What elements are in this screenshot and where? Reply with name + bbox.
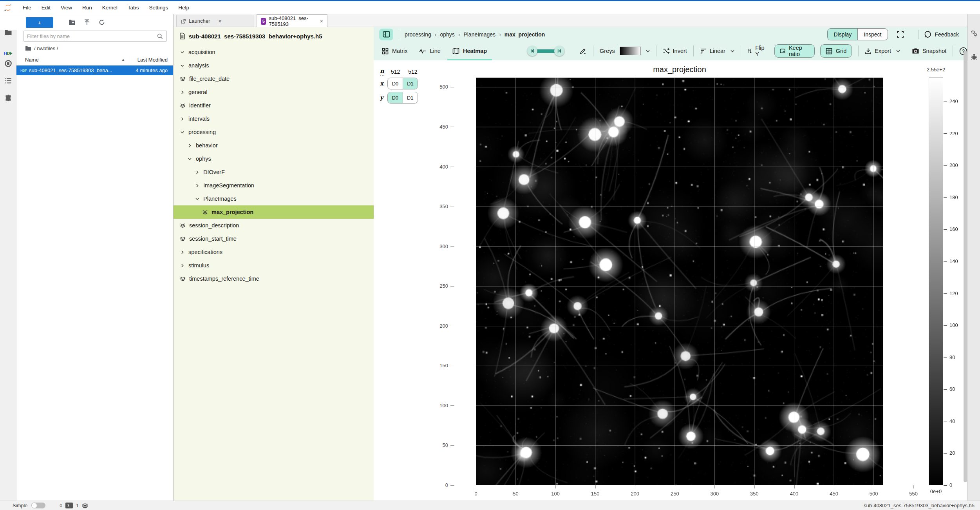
- menu-item-tabs[interactable]: Tabs: [123, 5, 144, 11]
- display-inspect-toggle: Display Inspect: [827, 28, 888, 40]
- tree-item-label: general: [188, 89, 207, 95]
- inspect-mode-button[interactable]: Inspect: [857, 29, 887, 40]
- file-browser-panel: + / nwbfiles / Name ▲ Last Modified HDF …: [16, 14, 174, 501]
- file-browser-tab-icon[interactable]: [4, 29, 12, 35]
- chevron-right-icon: [195, 170, 200, 175]
- tree-item-file_create_date[interactable]: file_create_date: [174, 72, 374, 85]
- close-tab-icon[interactable]: ×: [320, 18, 323, 24]
- tree-item-ImageSegmentation[interactable]: ImageSegmentation: [174, 179, 374, 192]
- tab-launcher[interactable]: Launcher ×: [176, 15, 253, 27]
- tree-item-general[interactable]: general: [174, 85, 374, 99]
- search-icon: [157, 33, 163, 39]
- tree-item-ophys[interactable]: ophys: [174, 152, 374, 165]
- fullscreen-icon[interactable]: [897, 31, 904, 38]
- y-axis-tick-label: 350: [425, 203, 448, 209]
- new-folder-icon[interactable]: [69, 19, 76, 25]
- running-sessions-icon[interactable]: [4, 60, 12, 67]
- new-launcher-button[interactable]: +: [26, 17, 53, 28]
- heatmap-image[interactable]: [476, 78, 883, 485]
- scrollbar-thumb[interactable]: [964, 51, 967, 482]
- y-dim-option-d1[interactable]: D1: [403, 92, 418, 103]
- column-header-name[interactable]: Name: [25, 57, 39, 63]
- file-browser-breadcrumb[interactable]: / nwbfiles /: [25, 45, 58, 51]
- grid-toggle[interactable]: Grid: [820, 44, 852, 58]
- tree-item-stimulus[interactable]: stimulus: [174, 259, 374, 272]
- column-header-modified[interactable]: Last Modified: [137, 57, 168, 63]
- x-dim-option-d1[interactable]: D1: [403, 78, 418, 89]
- debugger-bug-icon[interactable]: [971, 53, 977, 60]
- x-axis-tick: [834, 485, 834, 488]
- tree-item-processing[interactable]: processing: [174, 125, 374, 139]
- file-filter-input[interactable]: [24, 33, 157, 39]
- feedback-button[interactable]: Feedback: [924, 31, 959, 38]
- menu-item-settings[interactable]: Settings: [144, 5, 173, 11]
- property-inspector-gears-icon[interactable]: [971, 30, 978, 37]
- menu-item-kernel[interactable]: Kernel: [97, 5, 123, 11]
- breadcrumb-max_projection[interactable]: max_projection: [504, 31, 545, 38]
- export-button[interactable]: Export: [865, 48, 900, 54]
- breadcrumb-ophys[interactable]: ophys: [440, 31, 454, 38]
- snapshot-button[interactable]: Snapshot: [912, 48, 946, 54]
- keep-ratio-toggle[interactable]: Keep ratio: [774, 44, 815, 58]
- breadcrumb-PlaneImages[interactable]: PlaneImages: [463, 31, 495, 38]
- tree-item-analysis[interactable]: analysis: [174, 59, 374, 72]
- tree-item-label: specifications: [188, 249, 222, 255]
- upload-icon[interactable]: [84, 19, 90, 25]
- menu-item-view[interactable]: View: [56, 5, 77, 11]
- vis-tab-matrix[interactable]: Matrix: [376, 42, 413, 60]
- vis-tab-heatmap[interactable]: Heatmap: [447, 42, 493, 60]
- tree-item-specifications[interactable]: specifications: [174, 245, 374, 259]
- breadcrumb-processing[interactable]: processing: [405, 31, 431, 38]
- menu-item-file[interactable]: File: [18, 5, 36, 11]
- y-axis-tick: [450, 87, 454, 87]
- flip-y-button[interactable]: Flip Y: [747, 45, 767, 57]
- tree-item-behavior[interactable]: behavior: [174, 139, 374, 152]
- slider-max-handle[interactable]: [554, 46, 564, 56]
- current-file-status: sub-408021_ses-758519303_behavior+ophys.…: [864, 503, 975, 508]
- domain-slider[interactable]: [527, 46, 564, 56]
- hdf5-sidebar-tab-icon[interactable]: HDF: [4, 49, 12, 56]
- table-of-contents-icon[interactable]: [5, 78, 12, 84]
- tree-item-max_projection[interactable]: max_projection: [174, 205, 374, 219]
- simple-mode-label: Simple: [13, 503, 27, 508]
- simple-mode-toggle[interactable]: [31, 503, 45, 508]
- colorbar[interactable]: [929, 78, 943, 485]
- sort-ascending-icon[interactable]: ▲: [121, 58, 125, 62]
- slider-min-handle[interactable]: [527, 46, 537, 56]
- display-mode-button[interactable]: Display: [828, 29, 857, 40]
- dim0-size: 512: [391, 69, 400, 75]
- menu-item-edit[interactable]: Edit: [36, 5, 56, 11]
- x-dim-option-d0[interactable]: D0: [388, 78, 403, 89]
- scale-selector[interactable]: Linear: [700, 48, 734, 54]
- file-row-selected[interactable]: HDF sub-408021_ses-758519303_beha... 4 m…: [16, 65, 173, 75]
- extension-manager-puzzle-icon[interactable]: [5, 94, 12, 102]
- tree-item-session_description[interactable]: session_description: [174, 219, 374, 232]
- edit-domain-pencil-icon[interactable]: [579, 47, 587, 55]
- tree-item-PlaneImages[interactable]: PlaneImages: [174, 192, 374, 205]
- tree-item-timestamps_reference_time[interactable]: timestamps_reference_time: [174, 272, 374, 285]
- tree-item-intervals[interactable]: intervals: [174, 112, 374, 125]
- colormap-selector[interactable]: Greys: [600, 47, 650, 55]
- colorbar-tick-label: 20: [949, 450, 955, 456]
- refresh-icon[interactable]: [99, 19, 105, 25]
- tree-item-identifier[interactable]: identifier: [174, 99, 374, 112]
- tree-item-acquisition[interactable]: acquisition: [174, 45, 374, 59]
- tree-item-session_start_time[interactable]: session_start_time: [174, 232, 374, 245]
- y-dim-option-d0[interactable]: D0: [388, 92, 403, 103]
- vis-tab-line[interactable]: Line: [413, 42, 446, 60]
- dataset-layers-icon: [180, 276, 186, 282]
- divider: [918, 30, 919, 39]
- close-tab-icon[interactable]: ×: [218, 18, 221, 24]
- x-axis-tick: [675, 485, 675, 488]
- right-activity-bar: [967, 14, 980, 501]
- invert-colormap-button[interactable]: Invert: [663, 48, 687, 54]
- vis-tab-label: Matrix: [392, 48, 407, 54]
- menu-item-run[interactable]: Run: [77, 5, 97, 11]
- heatmap-plot[interactable]: [476, 78, 883, 485]
- running-sessions-status[interactable]: 0 $_ 1: [60, 503, 88, 509]
- toggle-explorer-sidebar-button[interactable]: [379, 29, 393, 40]
- menu-item-help[interactable]: Help: [173, 5, 194, 11]
- tree-item-DfOverF[interactable]: DfOverF: [174, 165, 374, 179]
- tab-h5-file[interactable]: 5 sub-408021_ses-7585193 ×: [257, 14, 327, 27]
- y-axis-tick: [450, 127, 454, 127]
